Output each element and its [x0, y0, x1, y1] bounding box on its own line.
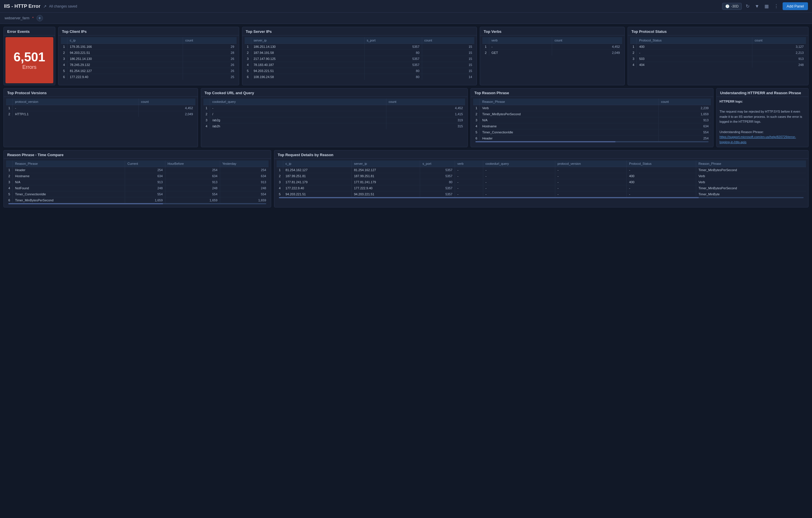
col-current: Current — [125, 161, 165, 167]
time-range-label: -30D — [731, 4, 738, 8]
top-request-details-table: c_ip server_ip s_port verb cookedurl_que… — [277, 161, 806, 197]
top-cooked-url-table: cookedurl_query count 1 - 4,4522 / 1,415… — [203, 98, 465, 129]
col-num — [203, 98, 210, 105]
clock-icon: 🕑 — [725, 4, 730, 8]
col-num — [277, 161, 283, 167]
table-row: 5 81.254.162.127 26 — [61, 68, 237, 74]
error-events-title: Error Events — [4, 27, 55, 35]
understanding-body-text: The request may be rejected by HTTP.SYS … — [720, 110, 802, 123]
filter-asterisk: * — [32, 16, 34, 20]
col-num — [244, 37, 251, 44]
col-count: count — [552, 37, 622, 44]
col-count: count — [422, 37, 474, 44]
col-count: count — [386, 98, 465, 105]
top-verbs-table: verb count 1 - 4,4522 GET 2,049 — [482, 37, 622, 56]
col-num — [61, 37, 67, 44]
table-row: 2 Hostname 634 634 634 — [6, 173, 268, 179]
top-protocol-status-table: Protocol_Status count 1 400 3,1272 - 2,2… — [630, 37, 806, 68]
time-range-picker[interactable]: 🕑 -30D — [722, 3, 742, 10]
refresh-icon[interactable]: ↻ — [745, 2, 751, 10]
col-yesterday: Yesterday — [220, 161, 268, 167]
more-options-icon[interactable]: ⋮ — [773, 2, 780, 10]
filter-label: webserver_farm — [5, 16, 29, 20]
table-row: 6 177.222.9.40 25 — [61, 74, 237, 80]
top-protocol-versions-title: Top Protocol Versions — [4, 88, 198, 97]
top-verbs-title: Top Verbs — [480, 27, 625, 35]
row-3: Reason Phrase - Time Compare Reason_Phra… — [3, 150, 809, 207]
col-num — [473, 98, 480, 105]
understanding-link[interactable]: https://support.microsoft.com/en-us/help… — [720, 135, 796, 144]
table-row: 1 - 4,452 — [482, 44, 622, 50]
share-icon[interactable]: ↗ — [43, 4, 47, 9]
table-row: 3 N/A 913 — [473, 117, 711, 123]
table-row: 2 / 1,415 — [203, 111, 465, 117]
col-c-ip: c_ip — [67, 37, 183, 44]
table-row: 4 NotFound 248 248 248 — [6, 185, 268, 191]
col-ps: Protocol_Status — [627, 161, 696, 167]
row-1: Error Events 6,501 Errors Top Client IPs… — [3, 27, 809, 85]
table-row: 2 HTTP/1.1 2,049 — [6, 111, 195, 117]
col-count: count — [752, 37, 806, 44]
table-row: 5 Timer_ConnectionIdle 554 — [473, 130, 711, 136]
row-2: Top Protocol Versions protocol_version c… — [3, 88, 809, 147]
understanding-body: HTTPERR logs: The request may be rejecte… — [717, 97, 808, 147]
table-row: 5 94.203.221.51 94.203.221.51 5357 - - -… — [277, 191, 806, 197]
error-sublabel: Errors — [23, 64, 37, 70]
add-panel-button[interactable]: Add Panel — [783, 2, 808, 10]
reason-phrase-time-compare-panel: Reason Phrase - Time Compare Reason_Phra… — [3, 150, 271, 207]
top-server-ips-panel: Top Server IPs server_ip s_port count 1 … — [242, 27, 477, 85]
col-server-ip: server_ip — [251, 37, 364, 44]
col-rp: Reason_Phrase — [696, 161, 806, 167]
main-content: Error Events 6,501 Errors Top Client IPs… — [0, 24, 812, 210]
col-num — [6, 98, 13, 105]
table-row: 4 78.245.29.132 26 — [61, 62, 237, 68]
error-big-box: 6,501 Errors — [5, 37, 53, 83]
table-row: 2 Timer_MinBytesPerSecond 1,659 — [473, 111, 711, 117]
understanding-panel: Understanding HTTPERR and Reason Phrase … — [716, 88, 809, 147]
add-filter-button[interactable]: + — [37, 15, 43, 21]
filter-icon[interactable]: ▦ — [763, 2, 770, 10]
table-row: 1 81.254.162.127 81.254.162.127 5357 - -… — [277, 167, 806, 173]
top-protocol-versions-body: protocol_version count 1 - 4,4522 HTTP/1… — [4, 97, 198, 147]
reason-phrase-time-compare-title: Reason Phrase - Time Compare — [4, 150, 271, 159]
table-row: 1 400 3,127 — [630, 44, 806, 50]
understanding-link-label: Understanding Reason Phrase: — [720, 130, 763, 134]
col-s-port: s_port — [420, 161, 455, 167]
error-events-panel: Error Events 6,501 Errors — [3, 27, 55, 85]
table-row: 4 404 248 — [630, 62, 806, 68]
table-row: 2 GET 2,049 — [482, 50, 622, 56]
scroll-indicator-2 — [8, 203, 266, 204]
table-row: 3 217.147.90.125 5357 15 — [244, 56, 474, 62]
table-row: 2 - 2,213 — [630, 50, 806, 56]
top-cooked-url-body: cookedurl_query count 1 - 4,4522 / 1,415… — [201, 97, 468, 147]
table-row: 3 186.251.14.130 26 — [61, 56, 237, 62]
table-row: 1 - 4,452 — [203, 105, 465, 111]
table-row: 1 Header 254 254 254 — [6, 167, 268, 173]
table-row: 6 Header 254 — [473, 136, 711, 141]
table-row: 2 187.94.191.58 80 15 — [244, 50, 474, 56]
top-protocol-versions-panel: Top Protocol Versions protocol_version c… — [3, 88, 198, 147]
reason-phrase-time-compare-body: Reason_Phrase Current HourBefore Yesterd… — [4, 159, 271, 207]
top-client-ips-body: c_ip count 1 179.35.191.166 292 94.203.2… — [58, 35, 239, 85]
col-c-ip: c_ip — [283, 161, 351, 167]
table-row: 3 177.81.241.179 177.81.241.179 80 - - -… — [277, 179, 806, 185]
top-reason-phrase-title: Top Reason Phrase — [471, 88, 713, 97]
table-row: 2 187.99.251.81 187.99.251.81 5357 - - -… — [277, 173, 806, 179]
col-reason-phrase: Reason_Phrase — [13, 161, 125, 167]
top-request-details-body: c_ip server_ip s_port verb cookedurl_que… — [274, 159, 808, 207]
col-count: count — [139, 98, 195, 105]
table-row: 4 Hostname 634 — [473, 123, 711, 130]
top-client-ips-table: c_ip count 1 179.35.191.166 292 94.203.2… — [61, 37, 237, 80]
chevron-down-icon[interactable]: ▼ — [754, 3, 760, 10]
scroll-indicator-3 — [279, 197, 804, 198]
understanding-intro: HTTPERR logs: — [720, 100, 743, 103]
col-pv: protocol_version — [555, 161, 627, 167]
col-count: count — [659, 98, 711, 105]
col-verb: verb — [455, 161, 483, 167]
table-row: 4 78.183.40.187 5357 15 — [244, 62, 474, 68]
table-row: 3 N/A 913 913 913 — [6, 179, 268, 185]
top-client-ips-panel: Top Client IPs c_ip count 1 179.35.191.1… — [58, 27, 239, 85]
error-count: 6,501 — [13, 50, 45, 64]
top-cooked-url-panel: Top Cooked URL and Query cookedurl_query… — [201, 88, 468, 147]
col-phrase: Reason_Phrase — [480, 98, 659, 105]
